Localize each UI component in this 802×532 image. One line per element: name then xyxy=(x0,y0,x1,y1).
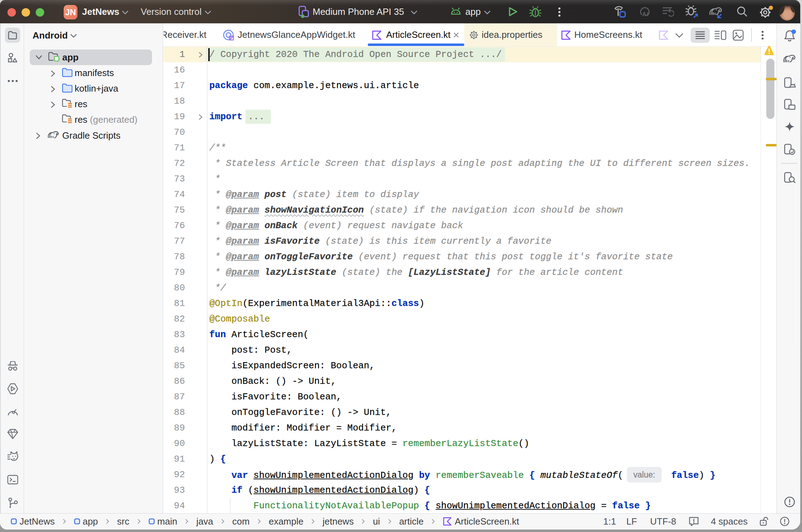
svg-text:A: A xyxy=(642,11,646,17)
